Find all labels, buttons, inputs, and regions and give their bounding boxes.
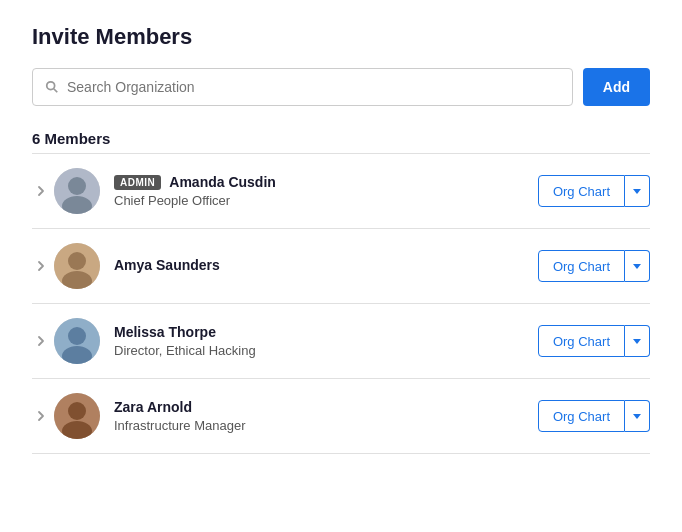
page-title: Invite Members xyxy=(32,24,650,50)
list-item: Melissa ThorpeDirector, Ethical HackingO… xyxy=(32,304,650,379)
chevron-down-icon xyxy=(633,264,641,269)
expand-icon[interactable] xyxy=(32,184,50,198)
search-input[interactable] xyxy=(67,79,560,95)
org-chart-dropdown-button[interactable] xyxy=(625,175,650,207)
svg-line-1 xyxy=(54,89,58,93)
member-info: Amya Saunders xyxy=(114,257,538,276)
avatar xyxy=(54,243,100,289)
member-name: Melissa Thorpe xyxy=(114,324,216,340)
list-item: Amya SaundersOrg Chart xyxy=(32,229,650,304)
avatar xyxy=(54,318,100,364)
search-container xyxy=(32,68,573,106)
member-name: Amya Saunders xyxy=(114,257,220,273)
member-title: Director, Ethical Hacking xyxy=(114,343,538,358)
avatar xyxy=(54,168,100,214)
org-chart-button[interactable]: Org Chart xyxy=(538,175,625,207)
chevron-down-icon xyxy=(633,189,641,194)
admin-badge: ADMIN xyxy=(114,175,161,190)
org-chart-dropdown-button[interactable] xyxy=(625,325,650,357)
members-count-label: 6 Members xyxy=(32,130,650,147)
svg-point-6 xyxy=(68,252,86,270)
member-name-row: Melissa Thorpe xyxy=(114,324,538,340)
org-chart-button[interactable]: Org Chart xyxy=(538,325,625,357)
member-info: Melissa ThorpeDirector, Ethical Hacking xyxy=(114,324,538,358)
list-item: ADMINAmanda CusdinChief People OfficerOr… xyxy=(32,154,650,229)
expand-icon[interactable] xyxy=(32,259,50,273)
member-title: Chief People Officer xyxy=(114,193,538,208)
page-container: Invite Members Add 6 Members ADMINAmanda… xyxy=(0,0,682,478)
member-title: Infrastructure Manager xyxy=(114,418,538,433)
member-actions: Org Chart xyxy=(538,400,650,432)
member-actions: Org Chart xyxy=(538,250,650,282)
avatar xyxy=(54,393,100,439)
member-info: ADMINAmanda CusdinChief People Officer xyxy=(114,174,538,208)
chevron-down-icon xyxy=(633,339,641,344)
expand-icon[interactable] xyxy=(32,409,50,423)
member-actions: Org Chart xyxy=(538,325,650,357)
member-name: Amanda Cusdin xyxy=(169,174,276,190)
svg-point-12 xyxy=(68,402,86,420)
svg-point-9 xyxy=(68,327,86,345)
member-name-row: Zara Arnold xyxy=(114,399,538,415)
expand-icon[interactable] xyxy=(32,334,50,348)
search-icon xyxy=(45,80,59,94)
org-chart-button[interactable]: Org Chart xyxy=(538,400,625,432)
list-item: Zara ArnoldInfrastructure ManagerOrg Cha… xyxy=(32,379,650,454)
member-name-row: ADMINAmanda Cusdin xyxy=(114,174,538,190)
member-name-row: Amya Saunders xyxy=(114,257,538,273)
svg-point-0 xyxy=(47,82,55,90)
org-chart-button[interactable]: Org Chart xyxy=(538,250,625,282)
chevron-down-icon xyxy=(633,414,641,419)
member-info: Zara ArnoldInfrastructure Manager xyxy=(114,399,538,433)
member-name: Zara Arnold xyxy=(114,399,192,415)
members-list: ADMINAmanda CusdinChief People OfficerOr… xyxy=(32,153,650,454)
org-chart-dropdown-button[interactable] xyxy=(625,250,650,282)
org-chart-dropdown-button[interactable] xyxy=(625,400,650,432)
member-actions: Org Chart xyxy=(538,175,650,207)
search-row: Add xyxy=(32,68,650,106)
add-button[interactable]: Add xyxy=(583,68,650,106)
svg-point-3 xyxy=(68,177,86,195)
